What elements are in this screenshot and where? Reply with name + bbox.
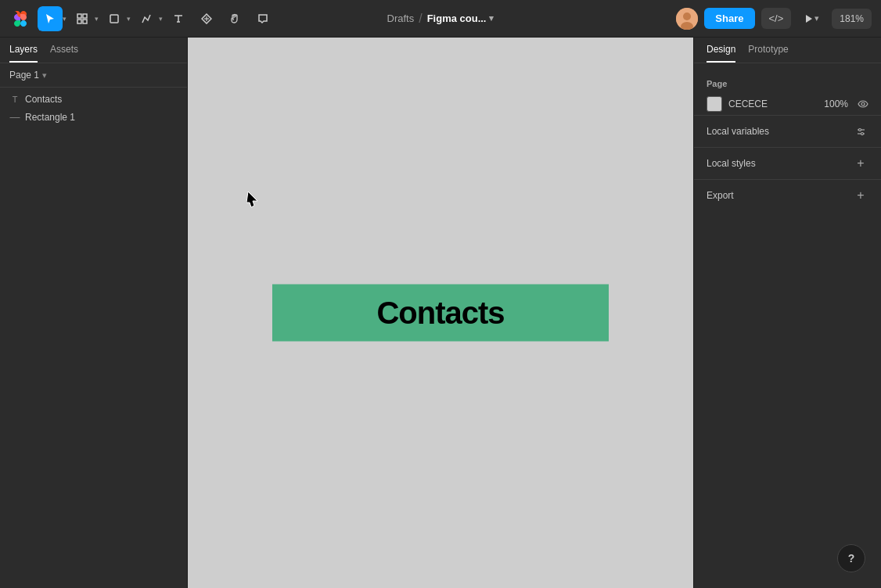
hand-tool-button[interactable] bbox=[222, 6, 247, 31]
page-color-swatch[interactable] bbox=[707, 96, 722, 112]
layer-item-contacts[interactable]: T Contacts bbox=[0, 91, 187, 108]
comment-tool-button[interactable] bbox=[250, 6, 275, 31]
figma-logo-button[interactable] bbox=[9, 8, 31, 30]
export-add-icon[interactable]: + bbox=[853, 188, 868, 203]
eye-icon[interactable] bbox=[858, 99, 868, 110]
shape-tool-button[interactable] bbox=[102, 6, 127, 31]
pen-tool-group[interactable]: ▾ bbox=[134, 6, 163, 31]
svg-point-12 bbox=[861, 102, 865, 106]
export-label: Export bbox=[707, 190, 853, 201]
code-button[interactable]: </> bbox=[761, 8, 792, 29]
file-name-button[interactable]: Figma cou... ▾ bbox=[427, 13, 494, 24]
play-button[interactable]: ▾ bbox=[797, 9, 825, 28]
pen-tool-chevron: ▾ bbox=[159, 15, 163, 23]
main-content: Layers Assets Page 1 ▾ T Contacts — Rect… bbox=[0, 38, 881, 588]
page-selector[interactable]: Page 1 ▾ bbox=[0, 63, 187, 88]
tab-layers[interactable]: Layers bbox=[9, 44, 38, 63]
canvas-area[interactable]: Contacts bbox=[188, 38, 693, 588]
svg-rect-2 bbox=[77, 20, 81, 23]
local-variables-settings-icon[interactable] bbox=[853, 124, 868, 139]
select-tool-group[interactable]: ▾ bbox=[38, 6, 67, 31]
share-button[interactable]: Share bbox=[704, 8, 754, 29]
breadcrumb-drafts[interactable]: Drafts bbox=[387, 13, 415, 24]
svg-rect-3 bbox=[83, 20, 87, 23]
help-button[interactable]: ? bbox=[837, 544, 865, 572]
breadcrumb-separator: / bbox=[419, 12, 422, 26]
frame-tool-group[interactable]: ▾ bbox=[70, 6, 99, 31]
rect-layer-icon: — bbox=[9, 111, 20, 123]
local-variables-row[interactable]: Local variables bbox=[694, 115, 881, 147]
text-tool-button[interactable] bbox=[166, 6, 191, 31]
tab-design[interactable]: Design bbox=[707, 44, 735, 63]
section-page-label: Page bbox=[694, 73, 881, 93]
svg-rect-1 bbox=[83, 14, 87, 18]
topbar: ▾ ▾ ▾ ▾ bbox=[0, 0, 881, 38]
frame-tool-chevron: ▾ bbox=[95, 15, 99, 23]
component-tool-button[interactable] bbox=[194, 6, 219, 31]
left-panel-tabs: Layers Assets bbox=[0, 38, 187, 63]
tab-assets[interactable]: Assets bbox=[50, 44, 78, 63]
filename-chevron: ▾ bbox=[489, 13, 494, 23]
shape-tool-group[interactable]: ▾ bbox=[102, 6, 131, 31]
svg-point-15 bbox=[858, 128, 861, 131]
select-tool-button[interactable] bbox=[38, 6, 63, 31]
topbar-right: Share </> ▾ 181% bbox=[442, 8, 872, 30]
select-tool-chevron: ▾ bbox=[63, 15, 67, 23]
layer-name-contacts: Contacts bbox=[25, 94, 62, 105]
page-bg-row: CECECE 100% bbox=[694, 93, 881, 115]
svg-rect-0 bbox=[77, 14, 81, 18]
svg-marker-11 bbox=[806, 15, 812, 23]
layer-name-rectangle: Rectangle 1 bbox=[25, 112, 75, 123]
svg-point-16 bbox=[861, 132, 863, 134]
play-chevron: ▾ bbox=[814, 13, 819, 23]
right-panel-tabs: Design Prototype bbox=[694, 38, 881, 63]
local-styles-label: Local styles bbox=[707, 158, 853, 169]
topbar-left: ▾ ▾ ▾ ▾ bbox=[9, 6, 439, 31]
svg-point-9 bbox=[683, 13, 691, 20]
right-panel: Design Prototype Page CECECE 100% Local … bbox=[693, 38, 881, 588]
right-panel-content: Page CECECE 100% Local variables bbox=[694, 63, 881, 220]
page-chevron: ▾ bbox=[42, 70, 47, 81]
pen-tool-button[interactable] bbox=[134, 6, 159, 31]
local-styles-row[interactable]: Local styles + bbox=[694, 147, 881, 179]
canvas-element-wrapper: Contacts bbox=[272, 285, 609, 342]
export-row[interactable]: Export + bbox=[694, 179, 881, 211]
left-panel: Layers Assets Page 1 ▾ T Contacts — Rect… bbox=[0, 38, 188, 588]
avatar[interactable] bbox=[676, 8, 698, 30]
text-layer-icon: T bbox=[9, 95, 20, 104]
shape-tool-chevron: ▾ bbox=[127, 15, 131, 23]
page-color-hex[interactable]: CECECE bbox=[728, 99, 818, 109]
layer-item-rectangle[interactable]: — Rectangle 1 bbox=[0, 108, 187, 126]
frame-tool-button[interactable] bbox=[70, 6, 95, 31]
local-variables-label: Local variables bbox=[707, 126, 853, 137]
contacts-rectangle[interactable]: Contacts bbox=[272, 285, 609, 342]
svg-rect-4 bbox=[110, 15, 118, 23]
zoom-button[interactable]: 181% bbox=[832, 9, 872, 29]
layers-list: T Contacts — Rectangle 1 bbox=[0, 88, 187, 129]
local-styles-add-icon[interactable]: + bbox=[853, 156, 868, 171]
contacts-text: Contacts bbox=[376, 296, 504, 331]
page-color-opacity[interactable]: 100% bbox=[824, 99, 848, 109]
tab-prototype[interactable]: Prototype bbox=[748, 44, 788, 63]
topbar-center: Drafts / Figma cou... ▾ bbox=[387, 12, 494, 26]
